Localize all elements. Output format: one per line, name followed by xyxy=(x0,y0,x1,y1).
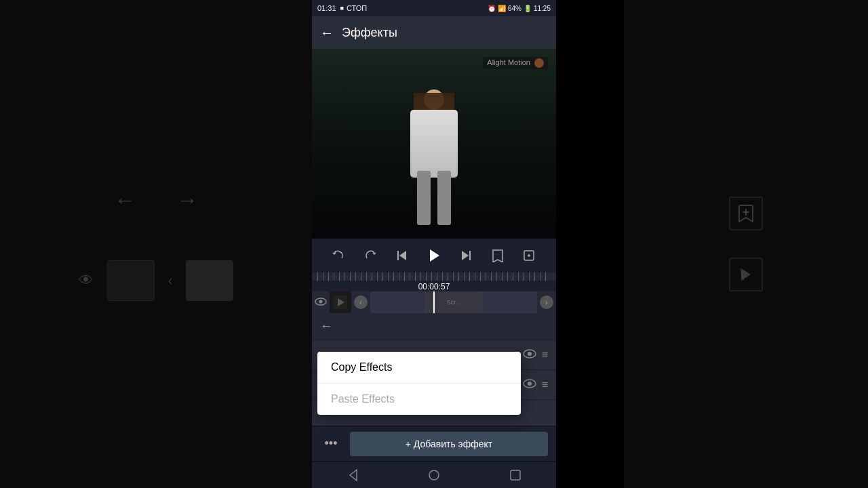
clock-time: 11:25 xyxy=(534,5,551,12)
effects-back-row: ← xyxy=(312,313,556,340)
bg-arrows: ← → xyxy=(114,188,198,213)
svg-marker-7 xyxy=(462,251,469,260)
bg-play-icon xyxy=(729,258,763,291)
strip-next-arrow[interactable]: › xyxy=(540,296,553,309)
nav-recents-button[interactable] xyxy=(499,462,532,489)
copy-effects-menu-item[interactable]: Copy Effects xyxy=(317,352,521,384)
svg-marker-19 xyxy=(350,470,357,481)
add-effect-label: + Добавить эффект xyxy=(406,439,493,449)
timeline-strip[interactable]: ‹ Scr... › xyxy=(312,291,556,313)
svg-marker-4 xyxy=(399,251,406,260)
bg-right-panel xyxy=(624,0,868,488)
layers-button[interactable] xyxy=(518,245,540,266)
wifi-icon: 📶 xyxy=(498,5,506,12)
bg-thumb-2 xyxy=(186,260,233,301)
timeline-ticks xyxy=(312,272,556,281)
svg-point-20 xyxy=(429,470,439,480)
svg-rect-21 xyxy=(511,470,520,480)
timeline-eye-icon[interactable] xyxy=(315,297,327,308)
undo-button[interactable] xyxy=(328,245,349,266)
more-icon: ••• xyxy=(325,436,338,451)
status-time: 01:31 xyxy=(317,4,336,12)
video-preview: Alight Motion xyxy=(312,49,556,239)
redo-button[interactable] xyxy=(359,245,381,266)
bg-eye-icon: 👁 xyxy=(79,272,94,289)
timeline-ruler xyxy=(312,272,556,281)
strip-main-content: Scr... xyxy=(370,291,537,313)
svg-marker-5 xyxy=(430,249,439,262)
bg-thumb-1 xyxy=(107,260,155,301)
bg-left-chevron: ‹ xyxy=(168,272,173,288)
alarm-icon: ⏰ xyxy=(488,5,496,12)
svg-point-12 xyxy=(319,300,323,304)
bottom-toolbar: ••• + Добавить эффект xyxy=(312,426,556,461)
play-button[interactable] xyxy=(423,245,445,266)
video-content: Alight Motion xyxy=(312,49,556,239)
status-square: ■ xyxy=(340,5,344,12)
effect-menu-1[interactable]: ≡ xyxy=(542,349,548,361)
context-menu: Copy Effects Paste Effects xyxy=(317,352,521,415)
effects-list: ← ▶ Плитка ≡ ▶ Колебание xyxy=(312,313,556,426)
battery-icon: 🔋 xyxy=(524,5,532,12)
status-left: 01:31 ■ СТОП xyxy=(317,4,367,12)
bg-right-icons xyxy=(729,197,763,291)
status-stop: СТОП xyxy=(347,4,367,12)
bg-left-panel: ← → 👁 ‹ xyxy=(0,0,312,488)
svg-marker-2 xyxy=(741,268,751,281)
page-title: Эффекты xyxy=(342,26,397,40)
phone-frame: 01:31 ■ СТОП ⏰ 📶 64% 🔋 11:25 ← Эффекты xyxy=(312,0,556,488)
strip-thumbnail-1 xyxy=(330,291,351,313)
skip-end-button[interactable] xyxy=(455,245,477,266)
effect-eye-2[interactable] xyxy=(523,379,536,391)
timeline-area: 00:00:57 ‹ Scr... xyxy=(312,272,556,313)
paste-effects-menu-item[interactable]: Paste Effects xyxy=(317,384,521,415)
nav-home-button[interactable] xyxy=(418,462,450,489)
playhead xyxy=(433,291,435,313)
svg-point-16 xyxy=(528,352,532,356)
video-watermark: Alight Motion xyxy=(483,57,548,69)
add-effect-button[interactable]: + Добавить эффект xyxy=(350,432,548,456)
status-bar: 01:31 ■ СТОП ⏰ 📶 64% 🔋 11:25 xyxy=(312,0,556,16)
header-bar: ← Эффекты xyxy=(312,16,556,49)
battery-percent: 64% xyxy=(508,5,521,12)
effect-eye-1[interactable] xyxy=(523,349,536,361)
bg-arrow-forward: → xyxy=(176,188,198,213)
nav-back-button[interactable] xyxy=(336,462,369,489)
playback-controls xyxy=(312,239,556,272)
more-options-button[interactable]: ••• xyxy=(320,433,342,455)
skip-start-button[interactable] xyxy=(391,245,413,266)
svg-point-18 xyxy=(528,382,532,386)
nav-bar xyxy=(312,461,556,488)
timeline-time: 00:00:57 xyxy=(418,282,450,291)
person-silhouette xyxy=(400,89,468,239)
status-right: ⏰ 📶 64% 🔋 11:25 xyxy=(488,5,551,12)
effects-back-button[interactable]: ← xyxy=(320,319,332,333)
back-button[interactable]: ← xyxy=(320,25,334,41)
bg-arrow-back: ← xyxy=(114,188,136,213)
strip-prev-arrow[interactable]: ‹ xyxy=(354,296,368,309)
effect-menu-2[interactable]: ≡ xyxy=(542,379,548,391)
bookmark-button[interactable] xyxy=(487,245,509,266)
bg-bookmark-icon xyxy=(729,197,763,230)
